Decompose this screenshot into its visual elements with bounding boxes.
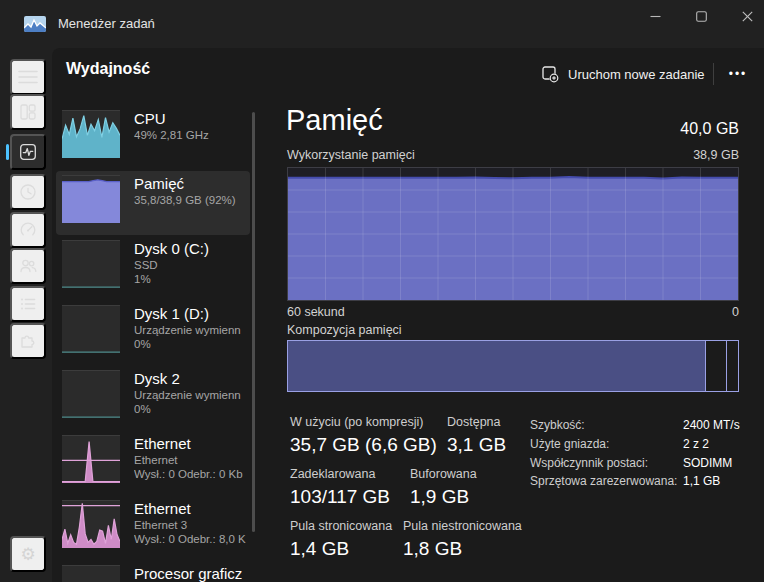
- close-icon: [742, 11, 753, 22]
- processes-icon: [19, 103, 37, 121]
- nav-selected-indicator: [6, 144, 9, 160]
- sidebar-item-disk1[interactable]: Dysk 1 (D:)Urządzenie wymienn0%: [56, 301, 250, 365]
- details-list-icon: [19, 295, 37, 313]
- minimize-icon: [650, 11, 661, 22]
- task-manager-window: Menedżer zadań: [0, 0, 764, 582]
- memory-capacity: 40,0 GB: [680, 120, 739, 138]
- chart-x-axis-right: 0: [732, 305, 739, 319]
- disk1-mini-chart: [62, 305, 120, 353]
- memory-usage-chart: [287, 167, 739, 301]
- detail-speed-value: 2400 MT/s: [683, 418, 740, 433]
- maximize-icon: [696, 11, 707, 22]
- nav-rail: ⚙: [0, 48, 52, 582]
- stat-paged-pool: Pula stronicowana 1,4 GB: [290, 519, 392, 562]
- nav-users[interactable]: [10, 248, 46, 284]
- new-task-icon: [542, 66, 559, 83]
- composition-divider: [726, 341, 727, 391]
- disk2-mini-chart: [62, 370, 120, 418]
- settings-button[interactable]: ⚙: [10, 536, 46, 572]
- nav-app-history[interactable]: [10, 174, 46, 210]
- chart-x-axis-left: 60 sekund: [287, 305, 345, 319]
- sidebar-item-ethernet2[interactable]: EthernetEthernet 3Wysł.: 0 Odebr.: 8,0 K: [56, 496, 250, 560]
- ethernet1-mini-chart: [62, 435, 120, 483]
- services-puzzle-icon: [19, 332, 37, 350]
- disk0-mini-chart: [62, 240, 120, 288]
- stat-in-use: W użyciu (po kompresji) 35,7 GB (6,6 GB): [290, 415, 437, 458]
- nav-processes[interactable]: [10, 94, 46, 130]
- detail-hw-reserved-value: 1,1 GB: [683, 474, 720, 489]
- memory-composition-bar: [287, 340, 739, 392]
- close-button[interactable]: [725, 0, 764, 32]
- maximize-button[interactable]: [679, 0, 723, 32]
- detail-hw-reserved-label: Sprzętowa zarezerwowana:: [530, 474, 677, 489]
- task-manager-app-icon: [24, 16, 46, 32]
- window-title: Menedżer zadań: [58, 0, 155, 48]
- stat-available: Dostępna 3,1 GB: [447, 415, 506, 458]
- nav-details[interactable]: [10, 286, 46, 322]
- cpu-mini-chart: [62, 110, 120, 158]
- detail-form-factor-label: Współczynnik postaci:: [530, 456, 648, 471]
- run-new-task-label: Uruchom nowe zadanie: [568, 67, 705, 82]
- memory-panel-title: Pamięć: [286, 104, 383, 137]
- usage-chart-label: Wykorzystanie pamięci: [287, 148, 415, 162]
- minimize-button[interactable]: [633, 0, 677, 32]
- ethernet2-mini-chart: [62, 500, 120, 548]
- nav-performance[interactable]: [10, 134, 46, 170]
- app-history-icon: [19, 183, 37, 201]
- nav-startup-apps[interactable]: [10, 212, 46, 248]
- gpu-mini-chart: [62, 565, 120, 582]
- startup-apps-gauge-icon: [19, 221, 37, 239]
- more-options-button[interactable]: •••: [719, 60, 757, 88]
- sidebar-item-memory[interactable]: Pamięć35,8/38,9 GB (92%): [56, 171, 250, 235]
- stat-nonpaged-pool: Pula niestronicowana 1,8 GB: [403, 519, 522, 562]
- sidebar-item-ethernet1[interactable]: EthernetEthernetWysł.: 0 Odebr.: 0 Kb: [56, 431, 250, 495]
- performance-icon: [19, 143, 37, 161]
- detail-speed-label: Szybkość:: [530, 418, 585, 433]
- hamburger-menu-button[interactable]: [10, 59, 46, 95]
- detail-slots-label: Użyte gniazda:: [530, 437, 609, 452]
- header-divider: [713, 63, 714, 85]
- stat-cached: Buforowana 1,9 GB: [410, 467, 477, 510]
- chart-scale-max: 38,9 GB: [693, 148, 739, 162]
- nav-services[interactable]: [10, 323, 46, 359]
- sidebar-item-cpu[interactable]: CPU49% 2,81 GHz: [56, 106, 250, 170]
- run-new-task-button[interactable]: Uruchom nowe zadanie: [536, 59, 711, 89]
- page-title: Wydajność: [66, 60, 150, 78]
- sidebar-item-gpu[interactable]: Procesor graficz: [56, 561, 250, 582]
- users-icon: [19, 257, 37, 275]
- stat-committed: Zadeklarowana 103/117 GB: [290, 467, 390, 510]
- composition-used-segment: [288, 341, 706, 391]
- settings-gear-icon: ⚙: [20, 546, 35, 563]
- memory-mini-chart: [62, 175, 120, 223]
- titlebar: Menedżer zadań: [0, 0, 764, 48]
- detail-form-factor-value: SODIMM: [683, 456, 732, 471]
- sidebar-scrollbar[interactable]: [252, 112, 255, 532]
- hamburger-icon: [18, 70, 38, 84]
- sidebar-item-disk0[interactable]: Dysk 0 (C:)SSD1%: [56, 236, 250, 300]
- detail-slots-value: 2 z 2: [683, 437, 709, 452]
- composition-label: Kompozycja pamięci: [287, 323, 402, 337]
- sidebar-item-disk2[interactable]: Dysk 2Urządzenie wymienn0%: [56, 366, 250, 430]
